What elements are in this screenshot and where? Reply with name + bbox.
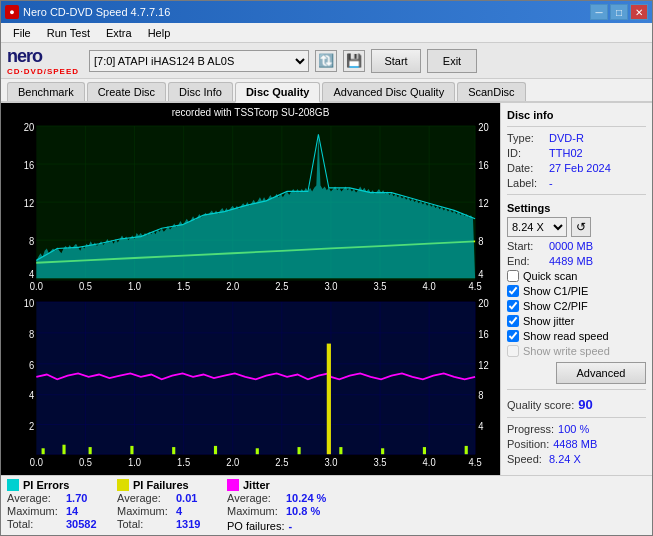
- disc-label-value: -: [549, 177, 553, 189]
- pi-failures-avg-label: Average:: [117, 492, 172, 504]
- save-icon[interactable]: 💾: [343, 50, 365, 72]
- show-read-speed-label: Show read speed: [523, 330, 609, 342]
- tab-advanced-disc-quality[interactable]: Advanced Disc Quality: [322, 82, 455, 101]
- close-button[interactable]: ✕: [630, 4, 648, 20]
- pi-failures-total-row: Total: 1319: [117, 518, 217, 530]
- show-write-speed-checkbox[interactable]: [507, 345, 519, 357]
- svg-text:1.0: 1.0: [128, 456, 141, 468]
- svg-text:2.0: 2.0: [226, 456, 239, 468]
- svg-text:4: 4: [29, 389, 35, 401]
- po-failures-value: -: [288, 520, 292, 532]
- pi-errors-max-value: 14: [66, 505, 78, 517]
- svg-text:16: 16: [24, 159, 35, 171]
- svg-text:0.0: 0.0: [30, 281, 43, 293]
- pi-failures-label: PI Failures: [133, 479, 189, 491]
- svg-rect-65: [465, 445, 468, 453]
- bottom-chart-svg: 10 8 6 4 2 20 16 12 8 4 0.0 0.5 1.0: [5, 296, 496, 469]
- exit-button[interactable]: Exit: [427, 49, 477, 73]
- svg-rect-61: [327, 343, 331, 454]
- refresh-icon[interactable]: 🔃: [315, 50, 337, 72]
- svg-text:4.0: 4.0: [423, 456, 436, 468]
- pi-failures-group: PI Failures Average: 0.01 Maximum: 4 Tot…: [117, 479, 217, 532]
- svg-text:4: 4: [29, 269, 35, 281]
- tabs: Benchmark Create Disc Disc Info Disc Qua…: [1, 79, 652, 103]
- chart-title: recorded with TSSTcorp SU-208GB: [5, 107, 496, 118]
- start-button[interactable]: Start: [371, 49, 421, 73]
- jitter-group: Jitter Average: 10.24 % Maximum: 10.8 % …: [227, 479, 327, 532]
- show-c2pif-checkbox[interactable]: [507, 300, 519, 312]
- disc-id-row: ID: TTH02: [507, 147, 646, 159]
- pi-errors-avg-row: Average: 1.70: [7, 492, 107, 504]
- pi-failures-total-value: 1319: [176, 518, 200, 530]
- speed-info-label: Speed:: [507, 453, 545, 465]
- position-row: Position: 4488 MB: [507, 438, 646, 450]
- jitter-max-row: Maximum: 10.8 %: [227, 505, 327, 517]
- po-failures-label: PO failures:: [227, 520, 284, 532]
- settings-title: Settings: [507, 202, 646, 214]
- svg-text:16: 16: [478, 159, 489, 171]
- speed-row: 8.24 X ↺: [507, 217, 646, 237]
- svg-rect-58: [214, 445, 217, 453]
- jitter-max-label: Maximum:: [227, 505, 282, 517]
- jitter-avg-row: Average: 10.24 %: [227, 492, 327, 504]
- separator1: [507, 126, 646, 127]
- advanced-button[interactable]: Advanced: [556, 362, 646, 384]
- svg-rect-64: [423, 447, 426, 454]
- show-jitter-label: Show jitter: [523, 315, 574, 327]
- menu-help[interactable]: Help: [140, 25, 179, 41]
- disc-date-value: 27 Feb 2024: [549, 162, 611, 174]
- refresh-small-icon[interactable]: ↺: [571, 217, 591, 237]
- disc-label-label: Label:: [507, 177, 545, 189]
- position-value: 4488 MB: [553, 438, 597, 450]
- menu-bar: File Run Test Extra Help: [1, 23, 652, 43]
- tab-disc-info[interactable]: Disc Info: [168, 82, 233, 101]
- svg-text:20: 20: [478, 121, 489, 133]
- speed-select[interactable]: 8.24 X: [507, 217, 567, 237]
- svg-text:0.5: 0.5: [79, 456, 92, 468]
- menu-file[interactable]: File: [5, 25, 39, 41]
- svg-text:20: 20: [478, 297, 489, 309]
- jitter-color: [227, 479, 239, 491]
- drive-select[interactable]: [7:0] ATAPI iHAS124 B AL0S: [89, 50, 309, 72]
- pi-errors-header: PI Errors: [7, 479, 107, 491]
- svg-text:2.5: 2.5: [275, 281, 288, 293]
- quality-score-row: Quality score: 90: [507, 397, 646, 412]
- logo-nero: nero: [7, 46, 42, 67]
- quality-score-value: 90: [578, 397, 592, 412]
- quick-scan-row: Quick scan: [507, 270, 646, 282]
- window-title: Nero CD-DVD Speed 4.7.7.16: [23, 6, 170, 18]
- tab-create-disc[interactable]: Create Disc: [87, 82, 166, 101]
- maximize-button[interactable]: □: [610, 4, 628, 20]
- start-mb-value: 0000 MB: [549, 240, 593, 252]
- show-jitter-checkbox[interactable]: [507, 315, 519, 327]
- svg-text:0.0: 0.0: [30, 456, 43, 468]
- svg-text:1.5: 1.5: [177, 281, 190, 293]
- svg-rect-53: [42, 448, 45, 454]
- disc-type-label: Type:: [507, 132, 545, 144]
- pi-errors-avg-value: 1.70: [66, 492, 87, 504]
- svg-text:3.0: 3.0: [324, 456, 337, 468]
- disc-id-value: TTH02: [549, 147, 583, 159]
- pi-errors-total-row: Total: 30582: [7, 518, 107, 530]
- start-mb-row: Start: 0000 MB: [507, 240, 646, 252]
- show-c2pif-label: Show C2/PIF: [523, 300, 588, 312]
- tab-benchmark[interactable]: Benchmark: [7, 82, 85, 101]
- svg-text:3.0: 3.0: [324, 281, 337, 293]
- pi-errors-max-label: Maximum:: [7, 505, 62, 517]
- sidebar: Disc info Type: DVD-R ID: TTH02 Date: 27…: [500, 103, 652, 475]
- pi-errors-total-label: Total:: [7, 518, 62, 530]
- tab-disc-quality[interactable]: Disc Quality: [235, 82, 321, 103]
- tab-scan-disc[interactable]: ScanDisc: [457, 82, 525, 101]
- quick-scan-checkbox[interactable]: [507, 270, 519, 282]
- disc-id-label: ID:: [507, 147, 545, 159]
- svg-text:8: 8: [29, 235, 35, 247]
- menu-extra[interactable]: Extra: [98, 25, 140, 41]
- app-icon: ●: [5, 5, 19, 19]
- menu-run-test[interactable]: Run Test: [39, 25, 98, 41]
- show-c1pie-checkbox[interactable]: [507, 285, 519, 297]
- svg-text:4: 4: [478, 269, 484, 281]
- show-read-speed-checkbox[interactable]: [507, 330, 519, 342]
- disc-date-row: Date: 27 Feb 2024: [507, 162, 646, 174]
- minimize-button[interactable]: ─: [590, 4, 608, 20]
- pi-errors-group: PI Errors Average: 1.70 Maximum: 14 Tota…: [7, 479, 107, 532]
